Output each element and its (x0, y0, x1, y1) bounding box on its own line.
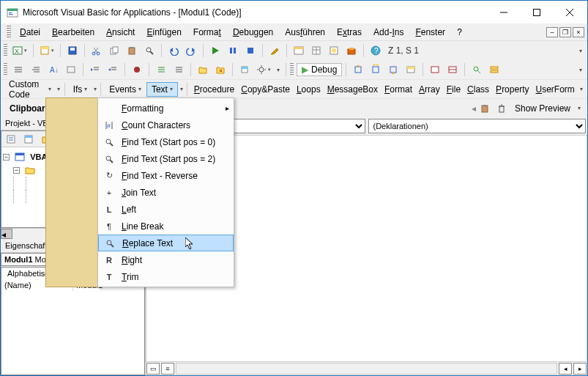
messagebox-link[interactable]: MessageBox (324, 83, 381, 96)
find-button[interactable] (141, 43, 157, 59)
menu-datei[interactable]: Datei (14, 26, 46, 39)
toolbox-button[interactable] (343, 43, 360, 59)
property-link[interactable]: Property (493, 83, 532, 96)
toolbar-grip-3[interactable] (290, 63, 294, 76)
menu-item-formatting[interactable]: Formatting (98, 100, 234, 117)
menu-bearbeiten[interactable]: Bearbeiten (46, 26, 100, 39)
help-button[interactable]: ? (368, 43, 384, 59)
menu-ausfuehren[interactable]: Ausführen (279, 26, 331, 39)
quick-info-button[interactable]: A↓ (45, 62, 62, 78)
copy-button[interactable] (106, 43, 122, 59)
outdent-button[interactable] (105, 62, 121, 78)
toolbar-grip-2[interactable] (4, 63, 7, 76)
locals-window-button[interactable] (403, 62, 419, 78)
custom-overflow-4[interactable] (579, 86, 584, 92)
watch-window-button[interactable] (444, 62, 461, 78)
events-dropdown[interactable]: Events (105, 83, 146, 96)
custom-overflow-3[interactable] (179, 86, 184, 92)
cut-button[interactable] (89, 43, 105, 59)
loops-link[interactable]: Loops (294, 83, 324, 96)
menu-format[interactable]: Format (187, 26, 227, 39)
custom-overflow-2[interactable] (92, 86, 97, 92)
properties-button[interactable] (308, 43, 324, 59)
userform-link[interactable]: UserForm (532, 83, 577, 96)
menu-extras[interactable]: Extras (331, 26, 368, 39)
redo-button[interactable] (183, 43, 199, 59)
mdi-minimize-button[interactable]: – (546, 27, 558, 37)
file-link[interactable]: File (444, 83, 464, 96)
folder-button-1[interactable] (195, 62, 211, 78)
reset-button[interactable] (242, 43, 258, 59)
bookmarks-button[interactable] (237, 62, 253, 78)
toolbar-overflow-3[interactable] (577, 67, 584, 73)
procedure-link[interactable]: Procedure (191, 83, 237, 96)
comment-block-button[interactable] (153, 62, 169, 78)
menu-fenster[interactable]: Fenster (409, 26, 451, 39)
save-button[interactable] (64, 43, 81, 59)
toolbar-grip-1[interactable] (4, 44, 7, 57)
minimize-button[interactable] (487, 1, 520, 23)
project-explorer-button[interactable] (291, 43, 307, 59)
custom-overflow-1[interactable] (56, 86, 62, 92)
indent-button[interactable] (87, 62, 103, 78)
toolbar-overflow-1[interactable] (577, 48, 584, 54)
format-link[interactable]: Format (382, 83, 415, 96)
full-module-view-icon[interactable]: ≡ (161, 363, 174, 375)
code-h-scrollbar[interactable] (176, 363, 557, 375)
menubar-grip[interactable] (7, 26, 11, 39)
object-browser-button[interactable] (326, 43, 342, 59)
menu-einfuegen[interactable]: Einfügen (141, 26, 187, 39)
undo-button[interactable] (165, 43, 182, 59)
uncomment-block-button[interactable] (171, 62, 187, 78)
clipboard-delete-icon[interactable] (494, 100, 510, 117)
step-into-button[interactable] (350, 62, 366, 78)
scroll-left-icon[interactable]: ◂ (559, 363, 572, 375)
menu-debuggen[interactable]: Debuggen (227, 26, 279, 39)
array-link[interactable]: Array (416, 83, 443, 96)
show-preview-button[interactable]: Show Preview (510, 101, 576, 116)
menu-item-count-characters[interactable]: #Count Characters (98, 117, 234, 133)
folder-button-2[interactable] (212, 62, 228, 78)
run-button[interactable] (207, 43, 223, 59)
menu-item-trim[interactable]: TTrim (98, 268, 234, 285)
view-code-icon[interactable] (3, 131, 19, 147)
immediate-window-button[interactable] (427, 62, 443, 78)
close-button[interactable] (553, 1, 586, 23)
debug-button[interactable]: ▶Debug (297, 63, 342, 76)
insert-module-button[interactable] (37, 43, 56, 59)
menu-ansicht[interactable]: Ansicht (100, 26, 141, 39)
parameter-info-button[interactable] (63, 62, 79, 78)
step-out-button[interactable] (385, 62, 401, 78)
break-button[interactable] (225, 43, 241, 59)
clipboard-copy-icon[interactable] (477, 100, 494, 117)
menu-item-find-text-reverse[interactable]: ↻Find Text - Reverse (98, 167, 234, 184)
scroll-right-icon[interactable]: ▸ (573, 363, 587, 375)
clipboard-prev-button[interactable]: ◂ (470, 103, 477, 114)
toggle-breakpoint-button[interactable] (129, 62, 145, 78)
design-mode-button[interactable] (267, 43, 283, 59)
view-object-icon[interactable] (21, 131, 37, 147)
ifs-dropdown[interactable]: Ifs (69, 83, 92, 96)
call-stack-button[interactable] (486, 62, 502, 78)
copy-paste-link[interactable]: Copy&Paste (238, 83, 293, 96)
procedure-combo[interactable]: (Deklarationen) (368, 119, 587, 133)
menu-addins[interactable]: Add-Ins (368, 26, 409, 39)
mdi-close-button[interactable]: × (573, 27, 584, 37)
quick-watch-button[interactable] (469, 62, 485, 78)
menu-item-find-text-start-pos-2-[interactable]: Find Text (Start pos = 2) (98, 150, 234, 167)
settings-button[interactable] (254, 62, 273, 78)
menu-item-left[interactable]: LLeft (98, 201, 234, 218)
properties-grid[interactable]: (Name) Modul1 (1, 279, 145, 376)
menu-item-replace-text[interactable]: Replace Text (98, 235, 234, 251)
menu-item-find-text-start-pos-0-[interactable]: Find Text (Start pos = 0) (98, 133, 234, 150)
procedure-view-icon[interactable]: ▭ (146, 363, 160, 375)
menu-hilfe[interactable]: ? (451, 26, 468, 39)
menu-item-join-text[interactable]: +Join Text (98, 184, 234, 201)
text-dropdown[interactable]: Text (146, 82, 178, 97)
class-link[interactable]: Class (464, 83, 492, 96)
paste-button[interactable] (124, 43, 140, 59)
list-properties-button[interactable] (10, 62, 26, 78)
menu-item-right[interactable]: RRight (98, 251, 234, 268)
menu-item-line-break[interactable]: ¶Line Break (98, 218, 234, 235)
mdi-restore-button[interactable]: ❐ (559, 27, 571, 37)
